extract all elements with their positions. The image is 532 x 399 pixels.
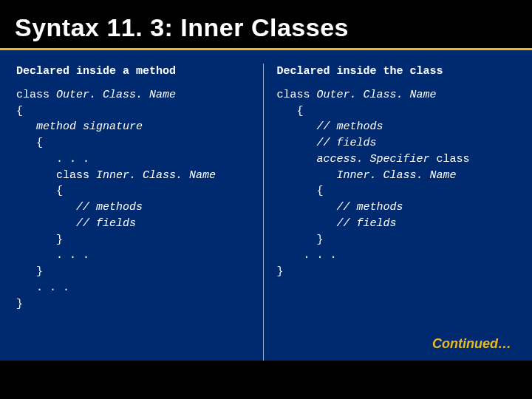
page-title: Syntax 11. 3: Inner Classes xyxy=(15,13,517,42)
code-text: } xyxy=(16,233,63,246)
code-text: . . . xyxy=(16,282,69,294)
left-column: Declared inside a method class Outer. Cl… xyxy=(16,64,264,361)
continued-label: Continued… xyxy=(432,336,511,352)
slide-body: Declared inside a method class Outer. Cl… xyxy=(0,50,532,361)
code-text: { xyxy=(277,105,304,117)
left-code: class Outer. Class. Name { method signat… xyxy=(16,87,256,313)
code-italic: Inner. Class. Name xyxy=(96,169,216,182)
code-text: } xyxy=(277,233,324,246)
code-italic: // methods xyxy=(277,120,383,133)
left-heading: Declared inside a method xyxy=(16,64,256,80)
title-area: Syntax 11. 3: Inner Classes xyxy=(0,0,532,50)
code-text: class xyxy=(430,153,470,166)
code-text: { xyxy=(277,185,324,197)
right-heading: Declared inside the class xyxy=(277,64,516,80)
code-text: class xyxy=(16,89,56,101)
code-text: { xyxy=(16,105,23,117)
code-italic: Outer. Class. Name xyxy=(56,89,176,101)
code-italic: // methods xyxy=(16,201,143,214)
code-italic: method signature xyxy=(16,120,143,133)
code-text: { xyxy=(16,137,43,149)
code-text: . . . xyxy=(16,153,89,166)
code-text: . . . xyxy=(277,249,337,262)
code-italic: // fields xyxy=(16,217,136,230)
right-code: class Outer. Class. Name { // methods //… xyxy=(277,87,516,280)
code-italic: // fields xyxy=(277,137,377,149)
code-text: class xyxy=(16,169,96,182)
code-italic: Inner. Class. Name xyxy=(277,169,457,182)
right-column: Declared inside the class class Outer. C… xyxy=(264,64,516,361)
code-italic: access. Specifier xyxy=(277,153,430,166)
code-text: . . . xyxy=(16,249,89,262)
code-text: } xyxy=(16,298,23,310)
code-text: { xyxy=(16,185,63,197)
code-text: class xyxy=(277,89,317,101)
code-text: } xyxy=(277,265,284,278)
code-text: } xyxy=(16,265,43,278)
slide: Syntax 11. 3: Inner Classes Declared ins… xyxy=(0,0,532,399)
code-italic: // methods xyxy=(277,201,403,214)
code-italic: Outer. Class. Name xyxy=(317,89,437,101)
code-italic: // fields xyxy=(277,217,397,230)
